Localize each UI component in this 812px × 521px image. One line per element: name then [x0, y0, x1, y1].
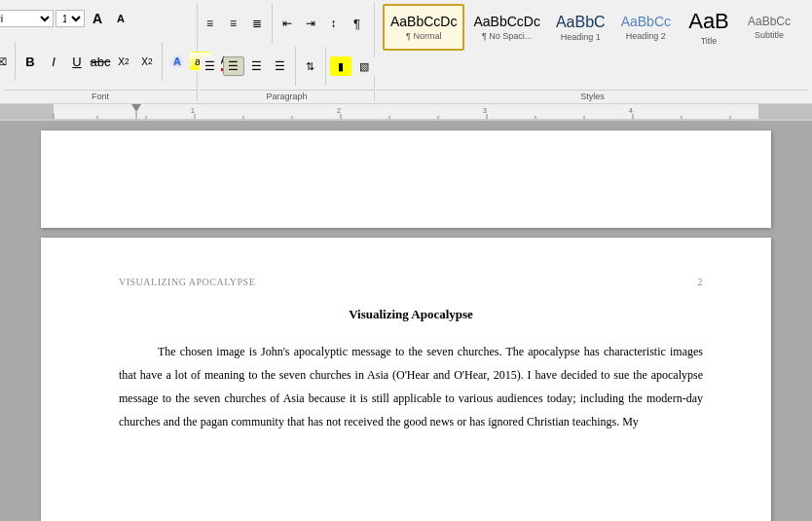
document-area: VISUALIZING APOCALYPSE 2 Visualizing Apo… [0, 121, 812, 521]
grow-font-button[interactable]: A [87, 9, 108, 28]
style-heading2-preview: AaBbCc [621, 14, 671, 30]
bullets-button[interactable]: ≡ [200, 14, 221, 33]
svg-text:1: 1 [191, 107, 195, 114]
clear-formatting-button[interactable]: ⌫ [0, 52, 11, 71]
page-2: VISUALIZING APOCALYPSE 2 Visualizing Apo… [41, 238, 771, 521]
text-effects-button[interactable]: A [166, 52, 188, 71]
line-spacing-button[interactable]: ⇅ [300, 56, 321, 76]
header-right: 2 [698, 277, 704, 287]
ribbon: Calibri 12 A A Aa ⌫ B I U abc [0, 0, 812, 104]
svg-text:3: 3 [483, 107, 487, 114]
svg-rect-0 [0, 104, 54, 119]
style-heading1[interactable]: AaBbC Heading 1 [549, 4, 612, 51]
document-body[interactable]: The chosen image is John's apocalyptic m… [119, 340, 703, 433]
style-normal-label: ¶ Normal [406, 31, 441, 41]
decrease-indent-button[interactable]: ⇤ [277, 14, 298, 33]
style-normal-preview: AaBbCcDc [390, 14, 457, 30]
show-formatting-button[interactable]: ¶ [347, 14, 368, 33]
svg-text:4: 4 [629, 107, 633, 114]
bold-button[interactable]: B [19, 52, 41, 71]
page-header: VISUALIZING APOCALYPSE 2 [119, 277, 703, 287]
underline-button[interactable]: U [66, 52, 88, 71]
style-no-spacing[interactable]: AaBbCcDc ¶ No Spaci... [466, 4, 546, 51]
align-right-button[interactable]: ☰ [246, 56, 268, 76]
paragraph-controls: ≡ ≡ ≣ ⇤ ⇥ ↕ ¶ ☰ ☰ ☰ ☰ ⇅ [200, 4, 375, 99]
ruler: 1 2 3 4 [0, 104, 812, 120]
italic-button[interactable]: I [43, 52, 64, 71]
ribbon-toolbar: Calibri 12 A A Aa ⌫ B I U abc [0, 0, 812, 121]
align-left-button[interactable]: ☰ [200, 56, 221, 76]
font-name-select[interactable]: Calibri [0, 10, 54, 27]
style-no-spacing-label: ¶ No Spaci... [482, 31, 532, 41]
sep5 [325, 47, 326, 86]
style-no-spacing-preview: AaBbCcDc [473, 14, 539, 30]
strikethrough-button[interactable]: abc [90, 52, 111, 71]
justify-button[interactable]: ☰ [270, 56, 291, 76]
header-left: VISUALIZING APOCALYPSE [119, 277, 255, 287]
style-heading1-preview: AaBbC [556, 13, 606, 31]
style-subtitle-label: Subtitle [755, 30, 784, 40]
separator-1 [15, 42, 16, 81]
font-label: Font [4, 90, 197, 101]
sort-button[interactable]: ↕ [323, 14, 345, 33]
style-heading2-label: Heading 2 [626, 31, 666, 41]
font-group: Calibri 12 A A Aa ⌫ B I U abc [4, 2, 198, 101]
multilevel-list-button[interactable]: ≣ [246, 14, 268, 33]
ruler-svg: 1 2 3 4 [0, 104, 812, 119]
document-title: Visualizing Apocalypse [119, 307, 703, 322]
style-title-preview: AaB [688, 9, 729, 34]
style-title[interactable]: AaB Title [680, 4, 738, 51]
svg-text:2: 2 [337, 107, 341, 114]
styles-label: Styles [377, 90, 808, 101]
page-1 [41, 130, 771, 228]
paragraph-group: ≡ ≡ ≣ ⇤ ⇥ ↕ ¶ ☰ ☰ ☰ ☰ ⇅ [200, 2, 375, 101]
style-normal[interactable]: AaBbCcDc ¶ Normal [383, 4, 464, 51]
styles-list: AaBbCcDc ¶ Normal AaBbCcDc ¶ No Spaci...… [383, 4, 802, 64]
shading-button[interactable]: ▮ [330, 56, 351, 76]
sep4 [295, 47, 296, 86]
style-heading1-label: Heading 1 [561, 32, 601, 42]
separator-2 [162, 42, 163, 81]
paragraph-label: Paragraph [200, 90, 374, 101]
styles-group: AaBbCcDc ¶ Normal AaBbCcDc ¶ No Spaci...… [377, 2, 808, 101]
style-title-label: Title [701, 36, 718, 46]
font-size-select[interactable]: 12 [55, 10, 85, 27]
style-heading2[interactable]: AaBbCc Heading 2 [614, 4, 678, 51]
increase-indent-button[interactable]: ⇥ [300, 14, 321, 33]
shrink-font-button[interactable]: A [110, 9, 131, 28]
style-subtitle-preview: AaBbCc [748, 15, 791, 28]
numbering-button[interactable]: ≡ [223, 14, 244, 33]
borders-button[interactable]: ▧ [353, 56, 375, 76]
align-center-button[interactable]: ☰ [223, 56, 244, 76]
subscript-button[interactable]: X2 [113, 52, 134, 71]
sep3 [272, 4, 273, 43]
svg-rect-2 [758, 104, 812, 119]
style-subtitle[interactable]: AaBbCc Subtitle [740, 4, 798, 51]
svg-rect-1 [54, 104, 758, 119]
superscript-button[interactable]: X2 [136, 52, 158, 71]
